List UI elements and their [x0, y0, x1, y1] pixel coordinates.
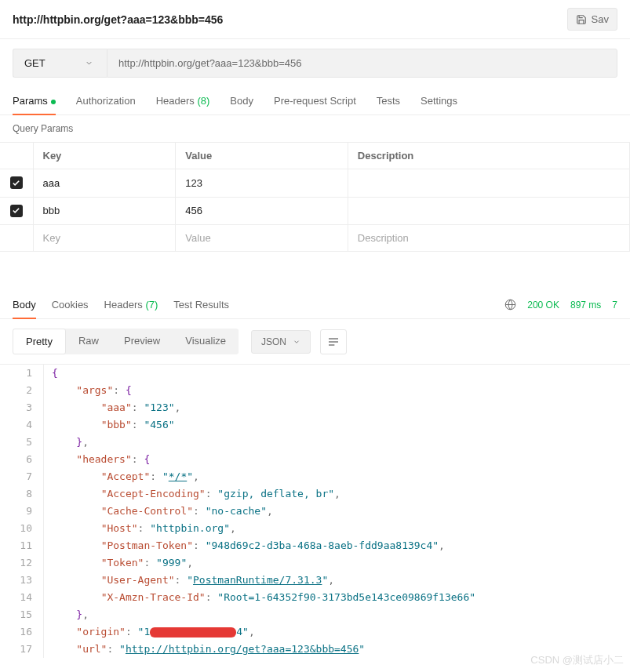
- param-checkbox[interactable]: [10, 205, 23, 217]
- view-raw[interactable]: Raw: [66, 329, 111, 354]
- param-value-placeholder[interactable]: Value: [176, 225, 348, 252]
- tab-headers[interactable]: Headers (8): [156, 87, 210, 114]
- query-params-table: Key Value Description aaa 123 bbb 456 Ke…: [0, 142, 630, 252]
- param-key-field[interactable]: aaa: [33, 169, 176, 198]
- param-checkbox[interactable]: [10, 176, 23, 189]
- http-method-label: GET: [24, 57, 46, 69]
- param-key-field[interactable]: bbb: [33, 197, 176, 225]
- table-row: aaa 123: [0, 169, 630, 198]
- save-label: Sav: [592, 13, 609, 25]
- language-select[interactable]: JSON: [251, 330, 311, 354]
- param-key-placeholder[interactable]: Key: [33, 225, 176, 252]
- params-modified-dot: [51, 100, 56, 104]
- request-title-input[interactable]: [13, 13, 558, 26]
- chevron-down-icon: [293, 338, 300, 346]
- tab-settings[interactable]: Settings: [421, 87, 457, 114]
- redacted-origin: [150, 627, 236, 637]
- response-time: 897 ms: [570, 300, 601, 311]
- param-desc-placeholder[interactable]: Description: [348, 225, 629, 252]
- tab-authorization[interactable]: Authorization: [76, 87, 136, 114]
- view-pretty[interactable]: Pretty: [13, 329, 66, 354]
- param-desc-field[interactable]: [348, 169, 629, 198]
- url-input[interactable]: [107, 49, 617, 78]
- tab-params[interactable]: Params: [13, 87, 56, 114]
- globe-icon[interactable]: [504, 299, 516, 311]
- col-value: Value: [176, 143, 348, 169]
- table-row-placeholder: Key Value Description: [0, 225, 630, 252]
- chevron-down-icon: [85, 59, 93, 67]
- param-value-field[interactable]: 456: [176, 197, 348, 225]
- table-row: bbb 456: [0, 197, 630, 225]
- response-body-viewer[interactable]: 1{ 2 "args": { 3 "aaa": "123", 4 "bbb": …: [0, 364, 630, 658]
- resp-tab-body[interactable]: Body: [13, 291, 36, 318]
- http-method-select[interactable]: GET: [13, 49, 107, 78]
- resp-tab-test-results[interactable]: Test Results: [173, 291, 229, 318]
- status-code: 200 OK: [527, 300, 559, 311]
- query-params-heading: Query Params: [0, 115, 630, 142]
- wrap-lines-button[interactable]: [320, 329, 347, 354]
- save-button[interactable]: Sav: [567, 8, 617, 31]
- col-key: Key: [33, 143, 176, 169]
- view-visualize[interactable]: Visualize: [173, 329, 239, 354]
- col-description: Description: [348, 143, 629, 169]
- view-preview[interactable]: Preview: [111, 329, 173, 354]
- tab-body[interactable]: Body: [230, 87, 253, 114]
- tab-tests[interactable]: Tests: [377, 87, 400, 114]
- response-size: 7: [612, 300, 617, 311]
- resp-tab-headers[interactable]: Headers (7): [104, 291, 158, 318]
- language-label: JSON: [261, 336, 286, 347]
- save-icon: [576, 14, 587, 25]
- view-mode-toggle: Pretty Raw Preview Visualize: [13, 329, 239, 354]
- resp-tab-cookies[interactable]: Cookies: [52, 291, 89, 318]
- tab-prerequest[interactable]: Pre-request Script: [274, 87, 356, 114]
- param-value-field[interactable]: 123: [176, 169, 348, 198]
- param-desc-field[interactable]: [348, 197, 629, 225]
